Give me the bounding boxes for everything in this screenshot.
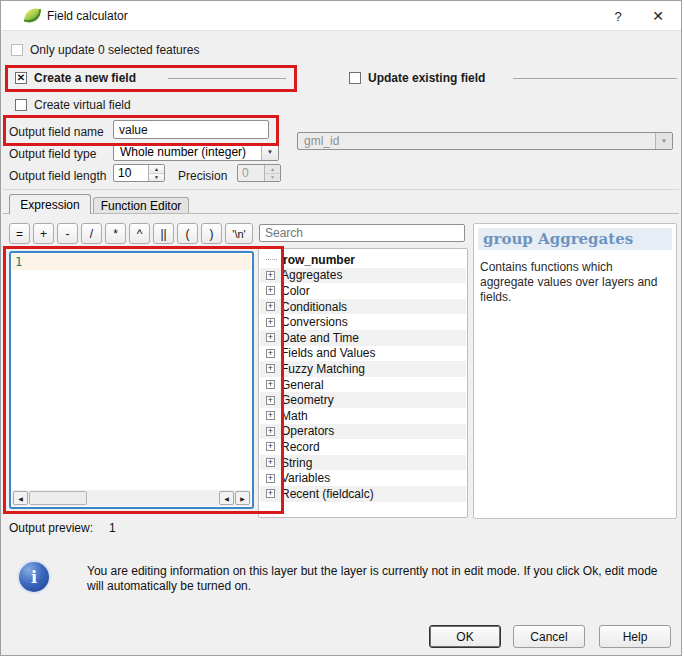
tree-item-geometry[interactable]: +Geometry	[260, 392, 466, 408]
expand-plus-icon[interactable]: +	[266, 380, 275, 389]
expand-plus-icon[interactable]: +	[266, 333, 275, 342]
search-input[interactable]	[259, 224, 465, 242]
horizontal-scrollbar[interactable]: ◀ ◀ ▶	[12, 490, 251, 506]
tree-item-date-and-time[interactable]: +Date and Time	[260, 330, 466, 346]
operator-minus-button[interactable]: -	[57, 223, 78, 244]
expand-plus-icon[interactable]: +	[266, 286, 275, 295]
precision-value: 0	[238, 165, 264, 181]
expand-plus-icon[interactable]: +	[266, 442, 275, 451]
ok-button[interactable]: OK	[429, 625, 501, 648]
window-help-button[interactable]: ?	[601, 1, 635, 31]
tree-item-operators[interactable]: +Operators	[260, 424, 466, 440]
precision-label: Precision	[178, 169, 227, 183]
help-panel-description: Contains functions which aggregate value…	[474, 254, 676, 305]
expand-plus-icon[interactable]: +	[266, 271, 275, 280]
expression-current-line[interactable]: 1	[12, 254, 251, 270]
tree-item-variables[interactable]: +Variables	[260, 470, 466, 486]
tree-item-color[interactable]: +Color	[260, 283, 466, 299]
scroll-left-icon[interactable]: ◀	[219, 491, 234, 505]
tab-baseline	[3, 213, 679, 214]
help-panel-title: group Aggregates	[478, 228, 672, 250]
create-new-field-checkbox[interactable]: ✕ Create a new field	[15, 71, 136, 85]
group-line	[513, 78, 677, 79]
expand-plus-icon[interactable]: +	[266, 474, 275, 483]
spin-down-icon[interactable]: ▼	[149, 174, 164, 182]
expand-plus-icon[interactable]: +	[266, 489, 275, 498]
scroll-right-icon[interactable]: ▶	[235, 491, 250, 505]
operator-close-paren-button[interactable]: )	[201, 223, 222, 244]
existing-field-select: gml_id ▼	[297, 132, 673, 150]
tree-item-string[interactable]: +String	[260, 455, 466, 471]
expand-plus-icon[interactable]: +	[266, 302, 275, 311]
section-divider	[3, 189, 679, 190]
tree-item-recent-fieldcalc[interactable]: +Recent (fieldcalc)	[260, 486, 466, 502]
output-field-type-value: Whole number (integer)	[114, 144, 261, 160]
tree-item-fuzzy-matching[interactable]: +Fuzzy Matching	[260, 361, 466, 377]
only-update-checkbox: Only update 0 selected features	[11, 43, 199, 57]
expression-editor[interactable]: 1 ◀ ◀ ▶	[9, 251, 254, 509]
cancel-button[interactable]: Cancel	[513, 625, 585, 648]
tree-item-conditionals[interactable]: +Conditionals	[260, 299, 466, 315]
help-button[interactable]: Help	[599, 625, 671, 648]
operator-power-button[interactable]: ^	[129, 223, 150, 244]
scroll-left-icon[interactable]: ◀	[13, 491, 28, 505]
expand-plus-icon[interactable]: +	[266, 364, 275, 373]
operator-concat-button[interactable]: ||	[153, 223, 174, 244]
tree-item-general[interactable]: +General	[260, 377, 466, 393]
spin-down-icon: ▼	[265, 174, 280, 182]
expand-plus-icon[interactable]: +	[266, 458, 275, 467]
checkbox-icon[interactable]	[349, 72, 361, 84]
group-line	[168, 78, 286, 79]
output-field-name-input[interactable]	[113, 120, 269, 139]
operator-multiply-button[interactable]: *	[105, 223, 126, 244]
chevron-down-icon[interactable]: ▼	[261, 144, 278, 160]
operator-divide-button[interactable]: /	[81, 223, 102, 244]
operator-toolbar: = + - / * ^ || ( ) '\n'	[9, 223, 253, 244]
tree-connector	[266, 259, 277, 260]
checkbox-icon[interactable]	[15, 99, 27, 111]
expand-plus-icon[interactable]: +	[266, 427, 275, 436]
create-virtual-field-label: Create virtual field	[34, 98, 131, 112]
update-existing-field-checkbox[interactable]: Update existing field	[349, 71, 485, 85]
output-field-length-value: 10	[114, 165, 148, 181]
tree-item-conversions[interactable]: +Conversions	[260, 314, 466, 330]
function-help-panel: group Aggregates Contains functions whic…	[473, 223, 677, 519]
close-icon[interactable]: ✕	[641, 1, 675, 31]
expand-plus-icon[interactable]: +	[266, 349, 275, 358]
spinner-arrows[interactable]: ▲ ▼	[148, 165, 164, 181]
operator-open-paren-button[interactable]: (	[177, 223, 198, 244]
only-update-label: Only update 0 selected features	[30, 43, 199, 57]
checkbox-icon	[11, 44, 23, 56]
expand-plus-icon[interactable]: +	[266, 411, 275, 420]
tree-item-aggregates[interactable]: +Aggregates	[260, 268, 466, 284]
function-tree-panel: row_number +Aggregates +Color +Condition…	[258, 248, 468, 518]
scrollbar-thumb[interactable]	[29, 491, 87, 505]
create-virtual-field-checkbox[interactable]: Create virtual field	[15, 98, 131, 112]
chevron-down-icon: ▼	[655, 133, 672, 149]
tab-function-editor[interactable]: Function Editor	[93, 197, 189, 213]
field-calculator-dialog: Field calculator ? ✕ Only update 0 selec…	[0, 0, 682, 656]
tab-expression[interactable]: Expression	[9, 194, 91, 214]
expand-plus-icon[interactable]: +	[266, 318, 275, 327]
expand-plus-icon[interactable]: +	[266, 396, 275, 405]
output-field-length-stepper[interactable]: 10 ▲ ▼	[113, 164, 165, 182]
tree-item-record[interactable]: +Record	[260, 439, 466, 455]
info-icon: i	[19, 562, 49, 592]
precision-stepper: 0 ▲ ▼	[237, 164, 281, 182]
operator-newline-button[interactable]: '\n'	[225, 223, 253, 244]
update-existing-field-label: Update existing field	[368, 71, 485, 85]
output-field-type-label: Output field type	[9, 147, 96, 161]
tree-item-row-number[interactable]: row_number	[260, 252, 466, 268]
spin-up-icon[interactable]: ▲	[149, 165, 164, 174]
output-preview-label: Output preview:	[9, 521, 93, 535]
operator-plus-button[interactable]: +	[33, 223, 54, 244]
output-field-type-select[interactable]: Whole number (integer) ▼	[113, 143, 279, 161]
operator-equals-button[interactable]: =	[9, 223, 30, 244]
window-title: Field calculator	[47, 9, 128, 23]
output-field-length-label: Output field length	[9, 169, 106, 183]
checkbox-checked-icon[interactable]: ✕	[15, 72, 27, 84]
tree-item-fields-and-values[interactable]: +Fields and Values	[260, 346, 466, 362]
title-bar: Field calculator ? ✕	[1, 1, 681, 31]
spin-up-icon: ▲	[265, 165, 280, 174]
tree-item-math[interactable]: +Math	[260, 408, 466, 424]
